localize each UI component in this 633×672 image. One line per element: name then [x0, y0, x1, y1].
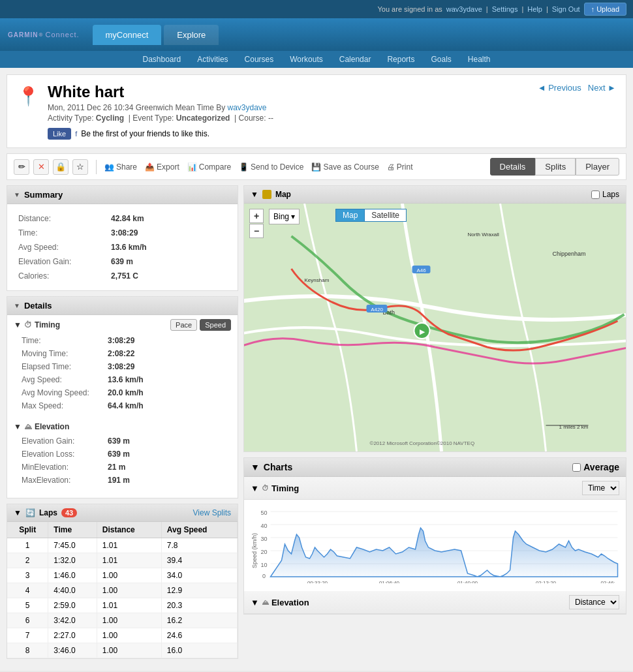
nav-reports[interactable]: Reports — [387, 55, 414, 64]
activity-icon: 📍 — [17, 85, 40, 107]
map-icon — [262, 190, 271, 199]
laps-table-row: 31:46.01.0034.0 — [7, 568, 238, 583]
svg-text:00:33:20: 00:33:20 — [307, 580, 328, 583]
elevation-title: Elevation — [35, 422, 69, 431]
compare-icon: 📊 — [187, 162, 197, 172]
star-icon[interactable]: ☆ — [72, 159, 88, 175]
activity-user-link[interactable]: wav3ydave — [228, 103, 267, 112]
laps-table-row: 17:45.01.017.8 — [7, 538, 238, 553]
average-checkbox[interactable] — [572, 463, 581, 472]
prev-next: ◄ Previous Next ► — [538, 83, 616, 93]
col-time: Time — [48, 522, 97, 538]
toolbar: ✏ ✕ 🔒 ☆ 👥 Share 📤 Export 📊 Compare 📱 Sen… — [7, 153, 626, 180]
svg-text:Keynsham: Keynsham — [305, 277, 330, 283]
details-header[interactable]: ▼ Details — [7, 297, 238, 315]
nav-dashboard[interactable]: Dashboard — [143, 55, 181, 64]
signout-link[interactable]: Sign Out — [552, 5, 580, 13]
detail-row: Elapsed Time: 3:08:29 — [15, 361, 230, 373]
help-link[interactable]: Help — [527, 5, 542, 13]
edit-icon[interactable]: ✏ — [14, 159, 29, 175]
charts-header[interactable]: ▼ Charts Average — [244, 458, 626, 477]
view-splits-link[interactable]: View Splits — [193, 508, 231, 517]
svg-text:02:13:20: 02:13:20 — [536, 580, 557, 583]
elevation-subsection-header: ▼ ⛰ Elevation — [7, 418, 238, 434]
summary-section: ▼ Summary Distance: 42.84 km Time: 3:08:… — [7, 185, 238, 291]
elevation-chart-header: ▼ ⛰ Elevation Distance — [244, 591, 626, 614]
username-link[interactable]: wav3ydave — [446, 5, 482, 13]
svg-text:20: 20 — [260, 549, 267, 555]
settings-link[interactable]: Settings — [492, 5, 518, 13]
compare-action[interactable]: 📊 Compare — [187, 162, 231, 172]
elevation-chart-triangle: ▼ — [251, 598, 259, 607]
map-button[interactable]: Map — [335, 209, 365, 222]
svg-text:40: 40 — [260, 523, 267, 529]
summary-row: Calories: 2,751 C — [18, 269, 226, 283]
svg-text:Chippenham: Chippenham — [553, 251, 586, 257]
pace-button[interactable]: Pace — [170, 319, 197, 331]
provider-chevron-icon: ▾ — [291, 212, 295, 221]
svg-text:A420: A420 — [371, 307, 383, 313]
tab-myconnect[interactable]: myConnect — [93, 25, 162, 45]
elevation-triangle: ▼ — [14, 422, 22, 431]
main-nav-tabs: myConnect Explore — [93, 25, 219, 45]
print-action[interactable]: 🖨 Print — [387, 162, 413, 172]
map-zoom-controls: + − — [249, 209, 264, 238]
details-tab[interactable]: Details — [490, 158, 536, 176]
summary-header[interactable]: ▼ Summary — [7, 186, 238, 204]
satellite-button[interactable]: Satellite — [365, 209, 407, 222]
zoom-out-button[interactable]: − — [249, 224, 264, 238]
pace-speed-btns: Pace Speed — [170, 319, 231, 331]
prev-link[interactable]: ◄ Previous — [538, 83, 581, 93]
nav-calendar[interactable]: Calendar — [339, 55, 371, 64]
charts-section: ▼ Charts Average ▼ ⏱ Timing Time — [243, 457, 626, 615]
like-button[interactable]: Like — [48, 128, 71, 140]
nav-goals[interactable]: Goals — [431, 55, 451, 64]
laps-title: Laps — [39, 508, 57, 517]
laps-table: Split Time Distance Avg Speed 17:45.01.0… — [7, 522, 238, 658]
charts-triangle: ▼ — [251, 462, 260, 472]
timing-chart-header: ▼ ⏱ Timing Time — [244, 477, 626, 500]
detail-row: Avg Speed: 13.6 km/h — [15, 374, 230, 386]
activity-header: 📍 White hart Mon, 2011 Dec 26 10:34 Gree… — [7, 74, 626, 148]
delete-icon[interactable]: ✕ — [33, 159, 49, 175]
zoom-in-button[interactable]: + — [249, 209, 264, 223]
tab-explore[interactable]: Explore — [164, 25, 219, 45]
nav-workouts[interactable]: Workouts — [290, 55, 322, 64]
laps-checkbox-area: Laps — [591, 190, 619, 199]
export-action[interactable]: 📤 Export — [145, 162, 179, 172]
player-tab[interactable]: Player — [576, 158, 619, 176]
summary-table: Distance: 42.84 km Time: 3:08:29 Avg Spe… — [17, 211, 228, 284]
nav-health[interactable]: Health — [468, 55, 491, 64]
svg-text:▶: ▶ — [420, 328, 425, 335]
svg-text:10: 10 — [260, 562, 267, 568]
laps-table-row: 63:42.01.0016.2 — [7, 613, 238, 628]
provider-select[interactable]: Bing ▾ — [269, 209, 300, 224]
elevation-chart-title: Elevation — [271, 598, 309, 607]
elevation-table: Elevation Gain: 639 m Elevation Loss: 63… — [7, 434, 238, 493]
share-action[interactable]: 👥 Share — [104, 162, 137, 172]
nav-activities[interactable]: Activities — [197, 55, 228, 64]
map-provider: Bing ▾ — [269, 209, 300, 224]
timing-chart-select[interactable]: Time — [582, 481, 619, 495]
col-avg-speed: Avg Speed — [161, 522, 237, 538]
laps-checkbox[interactable] — [591, 191, 600, 199]
next-link[interactable]: Next ► — [588, 83, 616, 93]
laps-table-header-row: Split Time Distance Avg Speed — [7, 522, 238, 538]
nav-courses[interactable]: Courses — [245, 55, 274, 64]
summary-row: Avg Speed: 13.6 km/h — [18, 241, 226, 254]
col-distance: Distance — [97, 522, 161, 538]
splits-tab[interactable]: Splits — [535, 158, 576, 176]
summary-body: Distance: 42.84 km Time: 3:08:29 Avg Spe… — [7, 204, 238, 290]
activity-title-section: 📍 White hart Mon, 2011 Dec 26 10:34 Gree… — [17, 83, 273, 140]
map-container[interactable]: ▶ Chippenham North Wraxall Bath Keynsham… — [244, 204, 626, 451]
lock-icon[interactable]: 🔒 — [53, 159, 69, 175]
top-bar: You are signed in as wav3ydave | Setting… — [0, 0, 633, 18]
upload-button[interactable]: ↑ Upload — [584, 3, 626, 16]
speed-button[interactable]: Speed — [200, 319, 231, 331]
elevation-chart-select[interactable]: Distance — [569, 595, 619, 609]
main-content: 📍 White hart Mon, 2011 Dec 26 10:34 Gree… — [0, 68, 633, 671]
details-title: Details — [24, 301, 52, 311]
detail-row: Avg Moving Speed: 20.0 km/h — [15, 387, 230, 399]
save-course-action[interactable]: 💾 Save as Course — [311, 162, 378, 172]
send-to-device-action[interactable]: 📱 Send to Device — [239, 162, 303, 172]
